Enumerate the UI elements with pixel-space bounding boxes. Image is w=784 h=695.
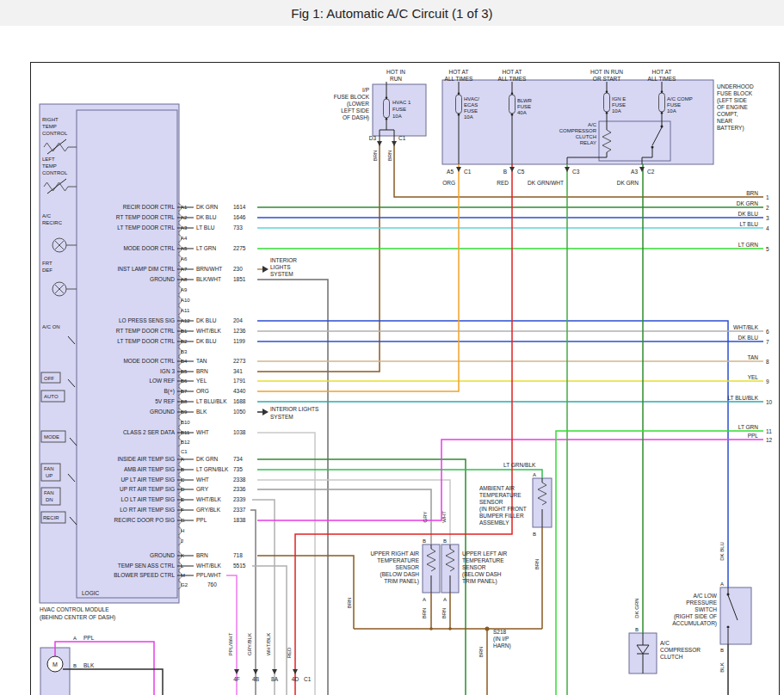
edge-wire-label: WHT/BLK — [733, 324, 759, 330]
edge-page-number: 10 — [766, 399, 773, 405]
connector-triangle-icon — [456, 167, 461, 172]
pin-id: A — [720, 581, 724, 587]
pin-function: INST LAMP DIM CTRL — [117, 266, 175, 272]
wire-color-label: GRY/BLK — [196, 507, 221, 513]
wire-color-label: BLK — [196, 409, 207, 415]
pin-id: K — [181, 553, 184, 558]
panel-label: OFF — [44, 376, 54, 381]
pin-function: LT TEMP DOOR CTRL — [117, 224, 175, 231]
underhood-fuse-block-box — [442, 80, 713, 164]
pin-id: C — [181, 477, 185, 483]
connector-triangle-icon — [234, 669, 239, 674]
feed-label: ALL TIMES — [445, 76, 474, 82]
pin-id: M — [181, 573, 185, 578]
feed-label: HOT AT — [449, 69, 469, 75]
pin-id: B — [181, 467, 184, 472]
wire-color-label: BLK/WHT — [196, 276, 221, 282]
circuit-number: 5515 — [233, 563, 246, 569]
component-name: A/C LOW — [694, 593, 718, 599]
component-name: A/C — [660, 640, 670, 646]
sensor-name: TEMPERATURE — [377, 557, 419, 563]
edge-page-number: 3 — [766, 215, 769, 221]
pin-id: A3 — [181, 225, 188, 231]
circuit-number: 2275 — [233, 245, 246, 251]
panel-label: RECIRC — [42, 220, 63, 225]
edge-wire-label: LT BLU/BLK — [727, 395, 758, 401]
connector-id: C1 — [181, 449, 188, 454]
wire-color-label: WHT/BLK — [266, 633, 271, 656]
pin-id: A5 — [181, 246, 188, 251]
connector-id: C1 — [398, 135, 406, 141]
wire-color-label: BRN — [196, 368, 208, 374]
ip-block-name: LEFT SIDE — [341, 108, 369, 114]
connector-id: 4B — [252, 676, 259, 682]
fuse-label: FUSE — [667, 102, 681, 108]
motor-letter: M — [52, 661, 58, 667]
pin-id: G — [181, 518, 185, 523]
connector-id: C2 — [647, 169, 655, 175]
pin-function: UP RT AIR TEMP SIG — [120, 486, 175, 492]
edge-page-number: 12 — [766, 437, 773, 443]
panel-label: TEMP — [42, 124, 57, 129]
pin-id: A2 — [181, 215, 188, 220]
splice-label: HARN) — [493, 643, 511, 649]
circuit-number: 2273 — [233, 358, 246, 364]
wire-color-label: WHT — [441, 511, 447, 523]
pin-function: LO LT AIR TEMP SIG — [121, 496, 175, 502]
component-name: ACCUMULATOR) — [672, 620, 717, 627]
feed-label: HOT AT — [652, 69, 672, 75]
pin-id: A — [533, 472, 536, 477]
component-name: CLUTCH — [660, 654, 683, 660]
offpage-arrow-icon — [262, 409, 269, 415]
circuit-number: 1199 — [233, 338, 245, 344]
underhood-block-name: COMPT, — [717, 111, 738, 117]
lp-contact-dot — [727, 626, 730, 629]
wire-color-label: TAN — [196, 358, 207, 364]
circuit-number: 204 — [233, 317, 243, 323]
wire-color-label: GRY/BLK — [247, 633, 252, 655]
sensor-name: SENSOR — [396, 564, 420, 570]
fuse-terminal-dot — [511, 114, 514, 116]
connector-triangle-icon — [392, 141, 397, 146]
wire-color-label: BRN — [387, 151, 392, 162]
offpage-ref: INTERIOR LIGHTS — [270, 406, 319, 412]
panel-label: RIGHT — [42, 117, 59, 122]
splice-dot — [485, 627, 490, 631]
pin-function: LOW REF — [149, 378, 175, 384]
circuit-number: 2337 — [233, 507, 246, 513]
wire-color-label: DK BLU — [196, 214, 217, 220]
sensor-name: UPPER LEFT AIR — [462, 550, 508, 557]
panel-label: DN — [46, 497, 53, 502]
sensor-name: (BELOW DASH — [462, 571, 502, 578]
hvac-module-box — [40, 104, 179, 603]
logic-label: LOGIC — [82, 590, 100, 596]
panel-label: FAN — [44, 466, 54, 471]
circuit-number: 1614 — [233, 204, 246, 210]
connector-id: 4D — [292, 676, 299, 682]
wire-color-label: BLK — [83, 662, 95, 668]
wire-color-label: BRN — [441, 608, 447, 619]
panel-label: AUTO — [44, 394, 59, 399]
wire-color-label: DK GRN/WHT — [528, 180, 564, 186]
pin-function: RT TEMP DOOR CTRL — [116, 214, 176, 220]
edge-page-number: 5 — [766, 246, 769, 252]
wire-color-label: BRN/WHT — [196, 266, 222, 272]
wire-color-label: LT BLU — [196, 224, 215, 231]
pin-id: B — [443, 538, 447, 544]
pin-function: IGN 3 — [160, 368, 175, 374]
circuit-number: 734 — [233, 456, 243, 462]
feed-label: HOT IN RUN — [590, 69, 623, 75]
offpage-arrow-icon — [262, 266, 269, 273]
pin-id: A4 — [181, 236, 188, 241]
edge-wire-label: LT BLU — [740, 221, 759, 227]
pin-id: A9 — [181, 287, 188, 292]
ip-block-name: (LOWER — [347, 101, 369, 108]
wire-color-label: GRY — [196, 486, 209, 492]
circuit-number: 1688 — [233, 398, 246, 404]
edge-wire-label: LT GRN — [738, 424, 759, 430]
wire-color-label: WHT/BLK — [196, 563, 222, 569]
connector-triangle-icon — [293, 669, 298, 674]
panel-label: FAN — [44, 490, 54, 495]
ip-block-name: FUSE BLOCK — [334, 94, 370, 100]
pin-id: D — [181, 487, 185, 492]
